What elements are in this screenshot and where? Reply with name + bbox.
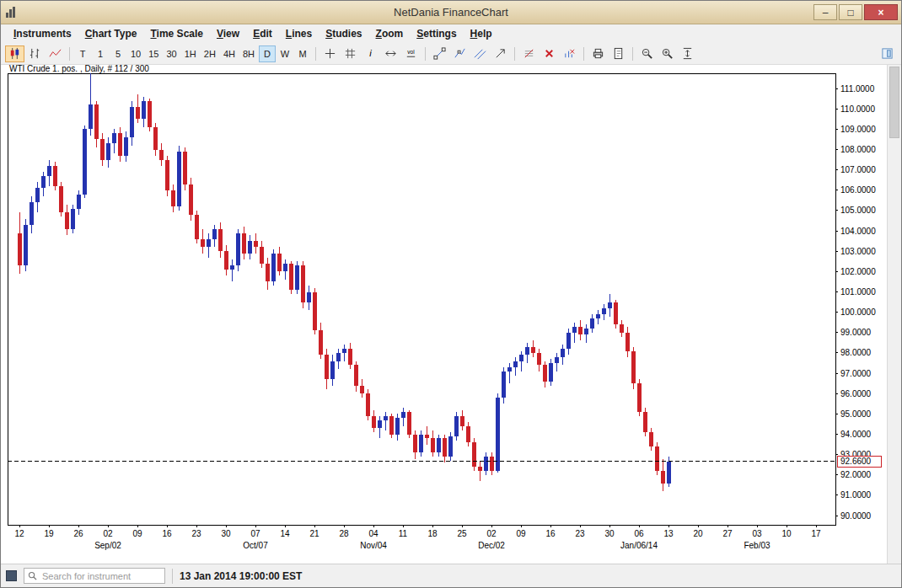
remove-drawings-button[interactable] xyxy=(519,45,539,62)
timeframe-4h-button[interactable]: 4H xyxy=(220,45,239,62)
timeframe-tick-button[interactable]: T xyxy=(74,45,91,62)
search-instrument-box[interactable] xyxy=(24,568,165,584)
toolbar-separator xyxy=(425,47,426,61)
svg-text:Feb/03: Feb/03 xyxy=(744,541,770,550)
timeframe-weekly-button[interactable]: W xyxy=(277,45,293,62)
menu-bar: InstrumentsChart TypeTime ScaleViewEditL… xyxy=(1,24,901,43)
svg-text:Sep/02: Sep/02 xyxy=(94,541,121,550)
zoom-out-button[interactable] xyxy=(637,45,657,62)
timeframe-monthly-button[interactable]: M xyxy=(294,45,311,62)
svg-text:108.0000: 108.0000 xyxy=(840,145,876,154)
menu-time-scale[interactable]: Time Scale xyxy=(144,26,209,41)
svg-text:18: 18 xyxy=(427,529,438,538)
ohlc-bar-chart-button[interactable] xyxy=(25,45,45,62)
svg-text:13: 13 xyxy=(663,529,674,538)
svg-text:30: 30 xyxy=(221,529,231,538)
svg-text:09: 09 xyxy=(132,529,142,538)
zoom-in-button[interactable] xyxy=(658,45,677,62)
polyline-tool-button[interactable] xyxy=(450,45,470,62)
svg-text:09: 09 xyxy=(516,529,526,538)
menu-studies[interactable]: Studies xyxy=(319,26,368,41)
svg-text:i: i xyxy=(369,48,372,58)
svg-text:11: 11 xyxy=(399,529,408,538)
menu-zoom[interactable]: Zoom xyxy=(370,26,410,41)
menu-lines[interactable]: Lines xyxy=(280,26,318,41)
price-chart[interactable]: WTI Crude 1. pos. , Daily, # 112 / 300 9… xyxy=(1,65,887,564)
svg-text:10: 10 xyxy=(781,529,792,538)
menu-instruments[interactable]: Instruments xyxy=(8,26,78,41)
expand-horizontal-button[interactable] xyxy=(381,45,400,62)
svg-text:30: 30 xyxy=(604,529,615,538)
menu-help[interactable]: Help xyxy=(464,26,498,41)
trend-line-tool-button[interactable] xyxy=(430,45,449,62)
window-title: NetDania FinanceChart xyxy=(1,6,901,19)
volume-toggle-button[interactable]: vol xyxy=(401,45,421,62)
svg-text:19: 19 xyxy=(44,529,54,538)
grid-toggle-button[interactable] xyxy=(341,45,360,62)
timeframe-15m-button[interactable]: 15 xyxy=(145,45,162,62)
line-chart-button[interactable] xyxy=(46,45,65,62)
svg-text:03: 03 xyxy=(752,529,762,538)
svg-text:23: 23 xyxy=(191,529,201,538)
timeframe-1m-button[interactable]: 1 xyxy=(92,45,109,62)
menu-view[interactable]: View xyxy=(211,26,245,41)
svg-text:06: 06 xyxy=(634,529,644,538)
remove-studies-button[interactable] xyxy=(540,45,559,62)
last-price-label: 92.6600 xyxy=(840,457,872,466)
minimize-button[interactable]: – xyxy=(813,4,837,20)
app-icon xyxy=(4,6,19,19)
svg-text:Dec/02: Dec/02 xyxy=(478,541,505,550)
svg-text:100.0000: 100.0000 xyxy=(840,307,876,317)
svg-text:26: 26 xyxy=(73,529,83,538)
print-button[interactable] xyxy=(588,45,608,62)
svg-text:95.0000: 95.0000 xyxy=(840,409,872,419)
candlestick-chart-button[interactable] xyxy=(5,45,24,62)
svg-text:101.0000: 101.0000 xyxy=(840,287,876,297)
timeframe-2h-button[interactable]: 2H xyxy=(201,45,219,62)
svg-text:17: 17 xyxy=(811,529,821,538)
dock-panel-button[interactable] xyxy=(878,45,897,62)
maximize-button[interactable]: □ xyxy=(839,4,862,20)
timeframe-10m-button[interactable]: 10 xyxy=(127,45,144,62)
svg-text:07: 07 xyxy=(250,529,260,538)
search-input[interactable] xyxy=(40,570,161,582)
title-bar[interactable]: NetDania FinanceChart – □ × xyxy=(1,1,901,24)
svg-text:14: 14 xyxy=(280,529,290,538)
svg-text:Nov/04: Nov/04 xyxy=(360,541,387,550)
svg-text:90.0000: 90.0000 xyxy=(840,511,872,521)
svg-text:02: 02 xyxy=(486,529,497,538)
vertical-scrollbar[interactable] xyxy=(887,65,901,564)
svg-text:16: 16 xyxy=(545,529,556,538)
scrollbar-thumb[interactable] xyxy=(889,67,899,138)
status-timestamp: 13 Jan 2014 19:00:00 EST xyxy=(180,570,302,582)
menu-edit[interactable]: Edit xyxy=(247,26,278,41)
svg-text:92.0000: 92.0000 xyxy=(840,470,872,479)
toolbar-separator xyxy=(69,47,70,61)
svg-text:105.0000: 105.0000 xyxy=(840,206,876,215)
crosshair-button[interactable] xyxy=(320,45,340,62)
fit-vertical-scale-button[interactable] xyxy=(678,45,697,62)
svg-text:12: 12 xyxy=(14,529,24,538)
svg-text:vol: vol xyxy=(407,49,415,55)
svg-text:99.0000: 99.0000 xyxy=(840,328,872,337)
svg-text:Jan/06/14: Jan/06/14 xyxy=(620,541,658,550)
menu-chart-type[interactable]: Chart Type xyxy=(79,26,143,41)
status-bar: 13 Jan 2014 19:00:00 EST xyxy=(1,564,901,587)
timeframe-5m-button[interactable]: 5 xyxy=(110,45,126,62)
print-preview-button[interactable] xyxy=(609,45,628,62)
svg-text:27: 27 xyxy=(722,529,733,538)
timeframe-1h-button[interactable]: 1H xyxy=(181,45,200,62)
chart-area: WTI Crude 1. pos. , Daily, # 112 / 300 9… xyxy=(1,65,887,564)
svg-text:02: 02 xyxy=(103,529,113,538)
info-button[interactable]: i xyxy=(361,45,380,62)
arrow-tool-button[interactable] xyxy=(491,45,510,62)
toolbar-separator xyxy=(514,47,515,61)
close-button[interactable]: × xyxy=(864,4,898,20)
timeframe-daily-button[interactable]: D xyxy=(259,45,276,62)
toolbar-separator xyxy=(583,47,584,61)
timeframe-30m-button[interactable]: 30 xyxy=(164,45,180,62)
channel-tool-button[interactable] xyxy=(470,45,490,62)
menu-settings[interactable]: Settings xyxy=(411,26,462,41)
remove-indicators-button[interactable] xyxy=(560,45,579,62)
timeframe-8h-button[interactable]: 8H xyxy=(239,45,258,62)
